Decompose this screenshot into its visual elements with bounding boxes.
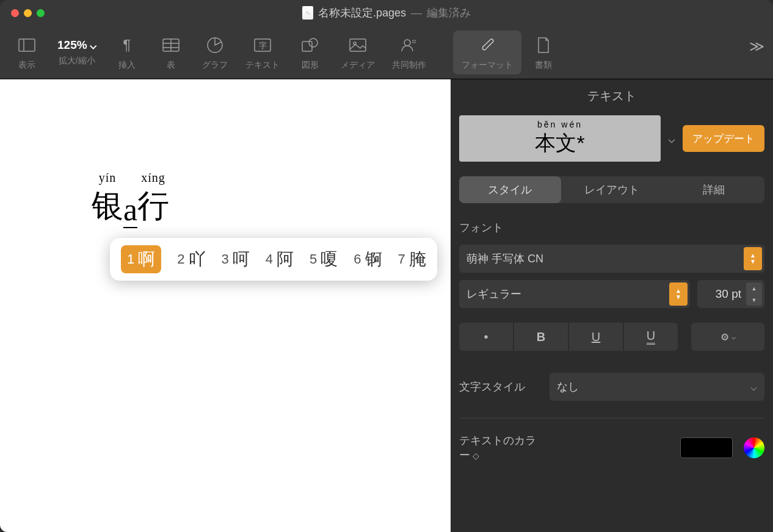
format-label: フォーマット: [462, 60, 513, 71]
font-family-select[interactable]: 萌神 手写体 CN ▲▼: [459, 245, 764, 273]
text-color-swatch[interactable]: [680, 437, 733, 458]
size-down[interactable]: ▼: [746, 294, 762, 306]
insert-button[interactable]: ¶ 挿入: [105, 34, 149, 71]
divider: [459, 418, 764, 419]
document-canvas[interactable]: yín银axíng行 1啊 2吖 3呵 4阿 5嗄 6锕 7腌: [0, 79, 451, 532]
ime-composition: a: [123, 192, 137, 228]
ime-candidate-3[interactable]: 3呵: [222, 248, 250, 271]
sidebar-icon: [13, 34, 40, 56]
chart-label: グラフ: [202, 60, 228, 71]
svg-point-13: [404, 40, 410, 46]
ime-candidate-1[interactable]: 1啊: [121, 245, 161, 273]
chart-button[interactable]: グラフ: [193, 34, 237, 71]
ime-candidate-7[interactable]: 7腌: [398, 248, 426, 271]
format-button[interactable]: フォーマット: [453, 31, 521, 74]
stepper-arrows-icon: ▲▼: [669, 282, 688, 306]
size-stepper: ▲▼: [746, 282, 762, 306]
collaborate-button[interactable]: 共同制作: [383, 34, 435, 71]
table-icon: [158, 34, 184, 56]
ime-candidate-4[interactable]: 4阿: [266, 248, 294, 271]
media-label: メディア: [341, 60, 375, 71]
main-area: yín银axíng行 1啊 2吖 3呵 4阿 5嗄 6锕 7腌 テキスト běn…: [0, 79, 773, 532]
document-button[interactable]: 書類: [521, 34, 565, 71]
tab-style[interactable]: スタイル: [459, 176, 561, 203]
text-icon: 字: [249, 34, 276, 56]
svg-text:字: 字: [258, 41, 266, 50]
table-button[interactable]: 表: [149, 34, 193, 71]
tab-detail[interactable]: 詳細: [662, 176, 764, 203]
style-dropdown-chevron[interactable]: ⌵: [668, 131, 675, 146]
ruby-1: yín: [99, 171, 117, 185]
svg-rect-0: [19, 39, 35, 51]
char-style-select[interactable]: なし ⌵: [550, 373, 764, 401]
maximize-window[interactable]: [37, 9, 45, 17]
shape-button[interactable]: 図形: [288, 34, 332, 71]
ime-candidate-5[interactable]: 5嗄: [310, 248, 338, 271]
paragraph-style-preview[interactable]: běn wén 本文*: [459, 115, 661, 162]
char-style-label: 文字スタイル: [459, 379, 539, 394]
underline-button[interactable]: U: [569, 323, 623, 351]
double-underline-button[interactable]: U: [624, 323, 678, 351]
brush-icon: [474, 34, 501, 56]
svg-point-10: [309, 38, 318, 47]
insert-label: 挿入: [118, 60, 136, 71]
bullet-style-button[interactable]: •: [459, 323, 513, 351]
more-tools-button[interactable]: ≫: [749, 38, 764, 55]
bold-button[interactable]: B: [514, 323, 568, 351]
font-weight-select[interactable]: レギュラー ▲▼: [459, 280, 690, 308]
toolbar: 表示 125%⌵ 拡大/縮小 ¶ 挿入 表 グラフ 字 テキスト 図形 メディア…: [0, 26, 773, 79]
title-bar: ✎ 名称未設定.pages — 編集済み: [0, 0, 773, 26]
font-size-value: 30 pt: [716, 287, 741, 301]
gear-icon: ⚙: [720, 331, 729, 343]
inspector-tabs: スタイル レイアウト 詳細: [459, 176, 764, 203]
size-up[interactable]: ▲: [746, 282, 762, 294]
zoom-control[interactable]: 125%⌵ 拡大/縮小: [49, 38, 105, 66]
view-button[interactable]: 表示: [5, 34, 49, 71]
document-icon: ✎: [302, 6, 313, 20]
updown-icon: ◇: [473, 451, 479, 461]
chevron-down-icon: ⌵: [750, 380, 757, 394]
font-family-value: 萌神 手写体 CN: [466, 251, 543, 266]
chart-icon: [201, 34, 228, 56]
image-icon: [344, 34, 371, 56]
color-wheel-button[interactable]: [744, 437, 764, 458]
view-label: 表示: [18, 60, 35, 71]
collab-label: 共同制作: [392, 60, 426, 71]
style-preview-base: 本文*: [535, 129, 584, 157]
table-label: 表: [167, 60, 175, 71]
text-button[interactable]: 字 テキスト: [237, 34, 288, 71]
document-text[interactable]: yín银axíng行: [92, 171, 169, 228]
pilcrow-icon: ¶: [114, 34, 140, 56]
style-preview-ruby: běn wén: [537, 120, 582, 129]
ruby-2: xíng: [141, 171, 165, 185]
stepper-arrows-icon: ▲▼: [744, 247, 762, 270]
ime-candidate-bar: 1啊 2吖 3呵 4阿 5嗄 6锕 7腌: [110, 238, 437, 281]
tab-layout[interactable]: レイアウト: [561, 176, 663, 203]
close-window[interactable]: [11, 9, 19, 17]
window-controls: [11, 9, 45, 17]
update-style-button[interactable]: アップデート: [683, 125, 764, 152]
people-icon: [396, 34, 423, 56]
chevron-down-icon: ⌵: [90, 38, 96, 52]
advanced-font-button[interactable]: ⚙⌵: [691, 323, 764, 351]
edited-status: 編集済み: [427, 5, 471, 20]
format-inspector: テキスト běn wén 本文* ⌵ アップデート スタイル レイアウト 詳細 …: [451, 79, 773, 532]
chevron-down-icon: ⌵: [731, 332, 736, 341]
font-section-label: フォント: [459, 220, 764, 235]
title-separator: —: [411, 7, 422, 20]
ime-candidate-6[interactable]: 6锕: [354, 248, 382, 271]
ime-candidate-2[interactable]: 2吖: [177, 248, 205, 271]
font-size-input[interactable]: 30 pt ▲▼: [697, 280, 764, 308]
inspector-title: テキスト: [459, 88, 764, 104]
font-weight-value: レギュラー: [466, 287, 521, 301]
text-color-label: テキストのカラー◇: [459, 433, 539, 462]
svg-rect-11: [350, 39, 366, 51]
shape-icon: [297, 34, 324, 56]
base-2: 行: [137, 185, 169, 228]
minimize-window[interactable]: [24, 9, 32, 17]
shape-label: 図形: [302, 60, 319, 71]
media-button[interactable]: メディア: [332, 34, 383, 71]
text-label: テキスト: [245, 60, 280, 71]
window-title: ✎ 名称未設定.pages — 編集済み: [302, 5, 471, 20]
char-style-value: なし: [557, 379, 579, 394]
